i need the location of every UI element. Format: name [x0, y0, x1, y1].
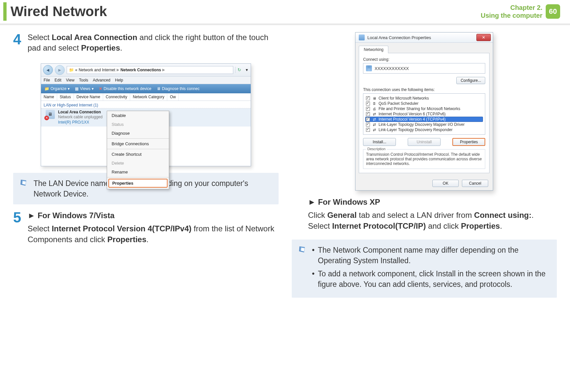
- xp-mid1: tab and select a LAN driver from: [357, 211, 474, 219]
- toolbar-diagnose[interactable]: 🖥Diagnose this connec: [157, 86, 200, 91]
- configure-row: Configure...: [363, 77, 485, 84]
- item-lltd-responder[interactable]: ⇄Link-Layer Topology Discovery Responder: [365, 127, 483, 132]
- protocol-icon: ⇄: [372, 112, 376, 116]
- checkbox[interactable]: [366, 107, 370, 111]
- adapter-name: XXXXXXXXXXXX: [375, 66, 409, 71]
- checkbox[interactable]: [366, 112, 370, 116]
- breadcrumb[interactable]: 📁 « Network and Internet ▶ Network Conne…: [67, 66, 233, 74]
- titlebar-left: Local Area Connection Properties: [359, 35, 431, 40]
- step5-b1: Internet Protocol Version 4(TCP/IPv4): [52, 224, 191, 233]
- col-device[interactable]: Device Name: [74, 93, 103, 101]
- context-diagnose[interactable]: Diagnose: [107, 129, 169, 138]
- context-properties[interactable]: Properties: [108, 179, 168, 188]
- xp-b3: Internet Protocol(TCP/IP): [332, 221, 426, 230]
- menu-help[interactable]: Help: [115, 78, 123, 82]
- context-delete: Delete: [107, 159, 169, 168]
- breadcrumb-arrow-icon: ▶: [162, 68, 165, 72]
- context-disable[interactable]: Disable: [107, 111, 169, 120]
- description-group: Description Transmission Control Protoco…: [363, 149, 485, 169]
- arrow-icon: ►: [28, 211, 35, 220]
- dialog-titlebar: Local Area Connection Properties ✕: [355, 33, 493, 43]
- col-connectivity[interactable]: Connectivity: [103, 93, 130, 101]
- menu-view[interactable]: View: [66, 78, 75, 82]
- xp-post: .: [500, 221, 502, 230]
- protocol-icon: ⇄: [372, 127, 376, 132]
- folder-icon: 📁: [44, 86, 49, 91]
- checkbox[interactable]: [366, 102, 370, 105]
- configure-button[interactable]: Configure...: [456, 77, 485, 84]
- dialog-buttons: OK Cancel: [355, 176, 493, 190]
- breadcrumb-prefix: «: [75, 68, 78, 72]
- menu-file[interactable]: File: [44, 78, 50, 82]
- context-rename[interactable]: Rename: [107, 168, 169, 176]
- menu-separator: [107, 177, 169, 177]
- arrow-icon: ►: [308, 197, 316, 206]
- item-file-printer[interactable]: 🖨File and Printer Sharing for Microsoft …: [365, 106, 483, 111]
- checkbox[interactable]: [366, 117, 370, 121]
- ok-button[interactable]: OK: [432, 180, 459, 187]
- col-name[interactable]: Name: [41, 93, 57, 101]
- step-number-5: 5: [13, 210, 23, 245]
- tab-networking[interactable]: Networking: [359, 46, 388, 53]
- menu-advanced[interactable]: Advanced: [93, 78, 110, 82]
- context-status: Status: [107, 120, 169, 129]
- page-title: Wired Network: [11, 4, 107, 19]
- items-list: 🖥Client for Microsoft Networks 🗓QoS Pack…: [363, 93, 485, 135]
- context-bridge[interactable]: Bridge Connections: [107, 139, 169, 148]
- window-body: LAN or High-Speed Internet (1) 🖥 ✕ Local…: [41, 101, 251, 166]
- toolbar-diagnose-label: Diagnose this connec: [162, 86, 200, 91]
- checkbox[interactable]: [366, 96, 370, 100]
- toolbar: 📁Organize ▾ ▦Views ▾ ✕Disable this netwo…: [41, 84, 251, 93]
- refresh-button[interactable]: ↻: [235, 67, 243, 73]
- item-lltd-mapper[interactable]: ⇄Link-Layer Topology Discovery Mapper I/…: [365, 122, 483, 127]
- toolbar-disable[interactable]: ✕Disable this network device: [99, 86, 151, 91]
- search-toggle-button[interactable]: ▾: [245, 67, 249, 73]
- context-shortcut[interactable]: Create Shortcut: [107, 150, 169, 159]
- install-button[interactable]: Install...: [363, 138, 396, 146]
- error-badge-icon: ✕: [44, 116, 49, 120]
- connection-text: Local Area Connection Network cable unpl…: [58, 110, 103, 125]
- description-text: Transmission Control Protocol/Internet P…: [366, 152, 482, 166]
- checkbox[interactable]: [366, 128, 370, 132]
- step4-post: .: [120, 43, 123, 52]
- cancel-button[interactable]: Cancel: [462, 180, 488, 187]
- note-bullet-2: To add a network component, click Instal…: [312, 268, 551, 289]
- header-right: Chapter 2. Using the computer 60: [481, 4, 560, 19]
- close-button[interactable]: ✕: [476, 34, 491, 41]
- breadcrumb-p1[interactable]: Network and Internet: [79, 68, 115, 72]
- network-adapter-icon: 🖥 ✕: [46, 110, 55, 119]
- toolbar-disable-label: Disable this network device: [103, 86, 151, 91]
- protocol-icon: ⇄: [372, 117, 376, 122]
- item-ipv4-selected[interactable]: ⇄Internet Protocol Version 4 (TCP/IPv4): [365, 117, 483, 122]
- item-client-ms[interactable]: 🖥Client for Microsoft Networks: [365, 96, 483, 101]
- menu-edit[interactable]: Edit: [55, 78, 61, 82]
- item-label: Link-Layer Topology Discovery Responder: [378, 127, 452, 132]
- item-qos[interactable]: 🗓QoS Packet Scheduler: [365, 101, 483, 106]
- col-category[interactable]: Network Category: [130, 93, 167, 101]
- group-header[interactable]: LAN or High-Speed Internet (1): [41, 102, 251, 108]
- nav-forward-button[interactable]: ►: [55, 65, 65, 75]
- note-bullet-1: The Network Component name may differ de…: [312, 245, 551, 266]
- dialog-title: Local Area Connection Properties: [367, 35, 431, 40]
- col-owner[interactable]: Ow: [167, 93, 179, 101]
- properties-dialog: Local Area Connection Properties ✕ Netwo…: [355, 32, 493, 191]
- left-column: 4 Select Local Area Connection and click…: [13, 32, 279, 304]
- menu-tools[interactable]: Tools: [79, 78, 88, 82]
- col-status[interactable]: Status: [57, 93, 74, 101]
- tab-panel: Connect using: XXXXXXXXXXXX Configure...…: [359, 53, 490, 173]
- toolbar-views[interactable]: ▦Views ▾: [75, 86, 94, 91]
- note-icon: [298, 245, 308, 254]
- toolbar-views-label: Views: [80, 86, 90, 91]
- breadcrumb-arrow-icon: ▶: [117, 68, 119, 72]
- adapter-box[interactable]: XXXXXXXXXXXX: [363, 63, 485, 74]
- nav-back-button[interactable]: ◄: [43, 65, 53, 75]
- properties-button[interactable]: Properties: [452, 138, 485, 146]
- toolbar-organize[interactable]: 📁Organize ▾: [44, 86, 70, 91]
- connection-status: Network cable unplugged: [58, 115, 103, 120]
- checkbox[interactable]: [366, 123, 370, 127]
- step-5: 5 ► For Windows 7/Vista Select Internet …: [13, 210, 279, 245]
- folder-icon: 📁: [69, 68, 74, 72]
- item-ipv6[interactable]: ⇄Internet Protocol Version 6 (TCP/IPv6): [365, 111, 483, 117]
- xp-heading-text: For Windows XP: [318, 197, 380, 206]
- breadcrumb-p2[interactable]: Network Connections: [121, 68, 161, 72]
